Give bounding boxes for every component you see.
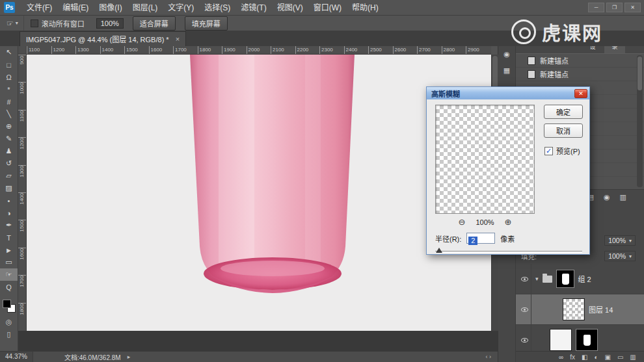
ok-button[interactable]: 确定 [544,105,583,119]
chevron-down-icon: ▾ [629,253,632,259]
preview-checkbox-label: 预览(P) [556,146,580,156]
new-snapshot-icon[interactable]: ◉ [604,193,610,201]
fill-value-dropdown[interactable]: 100% ▾ [604,251,636,261]
rectangular-marquee-tool[interactable]: □ [0,58,18,71]
document-tab-bar: IMGP5047.JPG @ 44.4% (图层 14, RGB/8) * × [0,31,644,46]
link-layers-icon[interactable]: ∞ [559,354,563,361]
delete-state-icon[interactable]: ▥ [620,193,626,201]
current-tool-options[interactable]: ☞ ▾ [0,16,24,31]
radius-slider-thumb[interactable] [436,248,442,253]
group-expander-icon[interactable]: ▾ [535,276,539,282]
crop-tool[interactable]: # [0,96,18,108]
scroll-all-windows-checkbox[interactable] [31,19,38,27]
quick-mask-mode-icon[interactable]: ◎ [0,318,18,326]
ruler-tick-label: 1500 [18,220,26,247]
menu-item[interactable]: 图层(L) [127,0,163,16]
eraser-tool[interactable]: ▱ [0,170,18,182]
clone-stamp-tool[interactable]: ♟ [0,145,18,157]
history-step-row[interactable]: 新建锚点 [516,54,644,68]
fit-screen-button[interactable]: 适合屏幕 [133,16,176,31]
visibility-eye-icon[interactable] [521,338,528,343]
status-zoom-level[interactable]: 44.37% [0,352,33,362]
new-layer-icon[interactable]: ▭ [617,354,623,361]
menu-item[interactable]: 滤镜(T) [235,0,271,16]
close-button[interactable]: ✕ [624,3,641,12]
new-group-icon[interactable]: ▣ [604,354,610,361]
move-tool[interactable]: ↖ [0,46,18,58]
tab-close-icon[interactable]: × [176,35,180,43]
adjustment-layer-icon[interactable]: ◐ [594,354,598,361]
dodge-tool[interactable]: ◑ [0,207,18,219]
restore-button[interactable]: ❐ [606,3,623,12]
preview-zoom-controls: ⊖ 100% ⊕ [435,217,535,227]
color-swatches[interactable] [3,300,16,313]
layer-name: 组 2 [578,274,591,284]
menu-item[interactable]: 文件(F) [21,0,57,16]
menu-item[interactable]: 窗口(W) [308,0,347,16]
history-brush-tool[interactable]: ↺ [0,157,18,170]
zoom-percent-field[interactable]: 100% [96,18,124,29]
group-mask-thumbnail[interactable] [556,270,574,288]
delete-layer-icon[interactable]: ▥ [630,354,636,361]
add-layer-mask-icon[interactable]: ◧ [582,354,587,361]
horizontal-ruler: 1100120013001400150016001700180019002000… [27,46,491,55]
layer-style-icon[interactable]: fx [570,354,575,361]
menu-item[interactable]: 文字(Y) [163,0,199,16]
lasso-tool[interactable]: Ω [0,71,18,83]
path-selection-tool[interactable]: ► [0,244,18,256]
zoom-tool[interactable]: Q [0,281,18,293]
layer-thumbnail[interactable] [550,329,572,351]
blur-preview-area[interactable] [435,105,535,214]
ruler-tick-label: 1100 [18,110,26,137]
history-scrollbar[interactable] [637,55,643,187]
histogram-panel-icon[interactable]: ▦ [503,66,510,75]
dialog-title-bar[interactable]: 高斯模糊 ✕ [427,87,589,99]
menu-item[interactable]: 选择(S) [199,0,235,16]
visibility-eye-icon[interactable] [521,277,528,281]
shape-tool[interactable]: ▭ [0,256,18,268]
status-popup-arrow-icon[interactable]: ▸ [127,354,131,360]
radius-slider-track[interactable] [435,251,582,253]
spot-healing-brush-tool[interactable]: ⊕ [0,120,18,133]
gradient-tool[interactable]: ▨ [0,182,18,194]
visibility-eye-icon[interactable] [521,307,528,312]
layer-thumbnail[interactable] [563,298,585,320]
quick-selection-tool[interactable]: * [0,83,18,96]
ruler-tick-label: 1600 [18,248,26,275]
blur-tool[interactable]: • [0,194,18,207]
layer-row-layer-14[interactable]: 图层 14 [516,294,644,325]
document-canvas[interactable] [27,55,491,331]
ruler-tick-label: 1600 [149,46,174,55]
foreground-color-swatch[interactable] [3,300,11,308]
scroll-all-windows-option[interactable]: 滚动所有窗口 [31,18,85,29]
info-panel-icon[interactable]: ◉ [503,50,510,58]
zoom-out-icon[interactable]: ⊖ [459,217,466,227]
menu-item[interactable]: 图像(I) [94,0,127,16]
fill-screen-button[interactable]: 填充屏幕 [185,16,228,31]
opacity-value-dropdown[interactable]: 100% ▾ [604,235,636,246]
eyedropper-tool[interactable]: ╲ [0,108,18,120]
cancel-button[interactable]: 取消 [544,123,583,138]
ruler-tick-label: 1200 [18,137,26,164]
preview-checkbox[interactable]: ✓ [544,147,553,155]
document-tab[interactable]: IMGP5047.JPG @ 44.4% (图层 14, RGB/8) * × [20,31,186,46]
radius-input[interactable]: 2 [466,233,495,244]
ruler-tick-label: 1000 [18,82,26,109]
hand-tool[interactable]: ☞ [0,268,18,281]
menu-item[interactable]: 帮助(H) [347,0,384,16]
menu-item[interactable]: 视图(V) [272,0,308,16]
dialog-close-button[interactable]: ✕ [574,89,587,98]
zoom-in-icon[interactable]: ⊕ [505,217,512,227]
history-step-row[interactable]: 新建锚点 [516,68,644,81]
type-tool[interactable]: T [0,231,18,244]
screen-mode-icon[interactable]: ▯ [0,330,18,339]
layer-mask-thumbnail[interactable] [576,329,598,351]
brush-tool[interactable]: ✎ [0,133,18,145]
scrollbar-thumb[interactable] [637,57,642,90]
minimize-button[interactable]: ─ [588,3,604,12]
preview-option: ✓ 预览(P) [544,146,580,156]
menu-item[interactable]: 编辑(E) [57,0,94,16]
horizontal-scroll-arrows[interactable]: ‹ › [486,354,492,360]
pen-tool[interactable]: ✒ [0,219,18,231]
layer-row-group-2[interactable]: ▾ 组 2 [516,264,644,294]
